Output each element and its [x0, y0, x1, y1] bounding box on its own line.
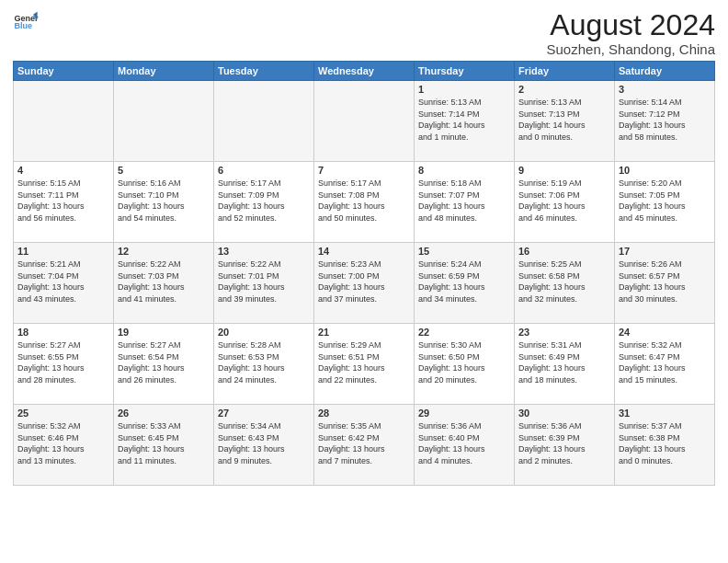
day-number: 4: [17, 165, 109, 176]
cell-line: Sunrise: 5:27 AM: [118, 340, 181, 350]
cell-line: Daylight: 13 hours: [318, 201, 385, 211]
cell-line: and 28 minutes.: [17, 375, 76, 385]
calendar-cell: 11Sunrise: 5:21 AMSunset: 7:04 PMDayligh…: [14, 243, 114, 324]
calendar-cell: 14Sunrise: 5:23 AMSunset: 7:00 PMDayligh…: [314, 243, 415, 324]
cell-content: Sunrise: 5:26 AMSunset: 6:57 PMDaylight:…: [619, 259, 711, 304]
cell-line: Sunset: 7:10 PM: [118, 190, 179, 200]
day-number: 18: [17, 327, 109, 338]
calendar-cell: 10Sunrise: 5:20 AMSunset: 7:05 PMDayligh…: [615, 162, 715, 243]
cell-content: Sunrise: 5:24 AMSunset: 6:59 PMDaylight:…: [418, 259, 510, 304]
cell-line: Daylight: 14 hours: [518, 121, 586, 130]
cell-line: Sunrise: 5:13 AM: [418, 98, 482, 107]
cell-line: and 50 minutes.: [318, 213, 377, 223]
calendar-cell: 24Sunrise: 5:32 AMSunset: 6:47 PMDayligh…: [615, 324, 715, 405]
cell-content: Sunrise: 5:19 AMSunset: 7:06 PMDaylight:…: [518, 178, 610, 224]
cell-line: and 18 minutes.: [518, 375, 577, 385]
cell-line: Sunrise: 5:29 AM: [318, 340, 381, 350]
cell-line: Daylight: 13 hours: [619, 201, 686, 211]
day-number: 26: [118, 408, 210, 419]
cell-content: Sunrise: 5:23 AMSunset: 7:00 PMDaylight:…: [318, 259, 410, 304]
cell-line: Sunset: 6:53 PM: [218, 352, 279, 362]
cell-line: Daylight: 13 hours: [118, 444, 185, 454]
calendar-cell: [14, 81, 114, 162]
day-number: 7: [318, 165, 410, 176]
cell-line: Sunset: 7:09 PM: [218, 190, 279, 200]
cell-line: Sunset: 7:12 PM: [619, 109, 680, 119]
cell-line: Daylight: 13 hours: [218, 201, 285, 211]
cell-line: Sunset: 6:43 PM: [218, 433, 279, 442]
cell-line: and 7 minutes.: [318, 456, 372, 465]
cell-content: Sunrise: 5:22 AMSunset: 7:01 PMDaylight:…: [218, 259, 310, 304]
calendar-cell: 19Sunrise: 5:27 AMSunset: 6:54 PMDayligh…: [114, 324, 214, 405]
day-number: 22: [418, 327, 510, 338]
cell-line: and 56 minutes.: [17, 213, 76, 223]
calendar-cell: 27Sunrise: 5:34 AMSunset: 6:43 PMDayligh…: [214, 405, 314, 486]
cell-line: and 9 minutes.: [218, 456, 272, 465]
day-number: 16: [518, 246, 610, 257]
cell-line: and 39 minutes.: [218, 294, 277, 304]
cell-content: Sunrise: 5:17 AMSunset: 7:09 PMDaylight:…: [218, 178, 310, 224]
day-number: 5: [118, 165, 210, 176]
day-number: 30: [518, 408, 610, 419]
cell-line: Sunrise: 5:24 AM: [418, 259, 482, 269]
cell-line: and 58 minutes.: [619, 132, 677, 142]
cell-line: Daylight: 13 hours: [418, 282, 485, 292]
cell-line: Sunset: 7:01 PM: [218, 271, 279, 281]
cell-line: and 0 minutes.: [518, 132, 573, 142]
cell-line: Sunset: 6:40 PM: [418, 433, 480, 442]
calendar-cell: 4Sunrise: 5:15 AMSunset: 7:11 PMDaylight…: [14, 162, 114, 243]
cell-line: Sunset: 6:57 PM: [619, 271, 680, 281]
col-saturday: Saturday: [615, 62, 715, 81]
cell-line: and 22 minutes.: [318, 375, 377, 385]
cell-content: Sunrise: 5:30 AMSunset: 6:50 PMDaylight:…: [418, 339, 510, 385]
cell-line: Sunset: 7:08 PM: [318, 190, 380, 200]
cell-line: Sunrise: 5:19 AM: [518, 178, 582, 188]
cell-line: Daylight: 13 hours: [318, 282, 385, 292]
cell-line: Daylight: 13 hours: [518, 444, 586, 454]
cell-content: Sunrise: 5:29 AMSunset: 6:51 PMDaylight:…: [318, 339, 410, 385]
cell-line: Daylight: 13 hours: [318, 363, 385, 373]
cell-line: Sunset: 7:03 PM: [118, 271, 179, 281]
calendar-cell: 26Sunrise: 5:33 AMSunset: 6:45 PMDayligh…: [114, 405, 214, 486]
calendar-week-5: 25Sunrise: 5:32 AMSunset: 6:46 PMDayligh…: [14, 405, 715, 486]
cell-line: Sunset: 6:38 PM: [619, 433, 680, 442]
day-number: 15: [418, 246, 510, 257]
logo: General Blue: [13, 9, 39, 35]
calendar-cell: 15Sunrise: 5:24 AMSunset: 6:59 PMDayligh…: [415, 243, 515, 324]
svg-text:Blue: Blue: [14, 21, 32, 30]
cell-line: Daylight: 13 hours: [619, 363, 686, 373]
cell-line: Sunrise: 5:17 AM: [218, 178, 281, 188]
cell-line: and 20 minutes.: [418, 375, 477, 385]
cell-line: Sunrise: 5:22 AM: [218, 259, 281, 269]
cell-content: Sunrise: 5:35 AMSunset: 6:42 PMDaylight:…: [318, 420, 410, 466]
calendar-cell: [314, 81, 415, 162]
calendar-cell: 21Sunrise: 5:29 AMSunset: 6:51 PMDayligh…: [314, 324, 415, 405]
cell-line: Sunset: 6:47 PM: [619, 352, 680, 362]
cell-line: Sunrise: 5:25 AM: [518, 259, 582, 269]
cell-line: Sunrise: 5:32 AM: [619, 340, 682, 350]
cell-line: Daylight: 13 hours: [17, 282, 85, 292]
calendar-cell: 23Sunrise: 5:31 AMSunset: 6:49 PMDayligh…: [515, 324, 615, 405]
cell-content: Sunrise: 5:27 AMSunset: 6:54 PMDaylight:…: [118, 339, 210, 385]
day-number: 24: [619, 327, 711, 338]
cell-line: Sunset: 6:45 PM: [118, 433, 179, 442]
day-number: 6: [218, 165, 310, 176]
calendar-cell: 29Sunrise: 5:36 AMSunset: 6:40 PMDayligh…: [415, 405, 515, 486]
day-number: 28: [318, 408, 410, 419]
cell-line: Daylight: 13 hours: [118, 201, 185, 211]
cell-line: Sunrise: 5:30 AM: [418, 340, 482, 350]
calendar-cell: 3Sunrise: 5:14 AMSunset: 7:12 PMDaylight…: [615, 81, 715, 162]
cell-line: and 54 minutes.: [118, 213, 176, 223]
cell-line: Daylight: 13 hours: [118, 363, 185, 373]
cell-line: Sunset: 6:49 PM: [518, 352, 580, 362]
cell-line: Sunrise: 5:22 AM: [118, 259, 181, 269]
cell-line: Daylight: 13 hours: [619, 444, 686, 454]
calendar-cell: [214, 81, 314, 162]
cell-line: Sunrise: 5:16 AM: [118, 178, 181, 188]
cell-line: Sunrise: 5:36 AM: [518, 421, 582, 431]
cell-content: Sunrise: 5:25 AMSunset: 6:58 PMDaylight:…: [518, 259, 610, 304]
cell-line: Sunset: 6:55 PM: [17, 352, 79, 362]
cell-line: and 37 minutes.: [318, 294, 377, 304]
calendar-cell: 12Sunrise: 5:22 AMSunset: 7:03 PMDayligh…: [114, 243, 214, 324]
col-wednesday: Wednesday: [314, 62, 415, 81]
